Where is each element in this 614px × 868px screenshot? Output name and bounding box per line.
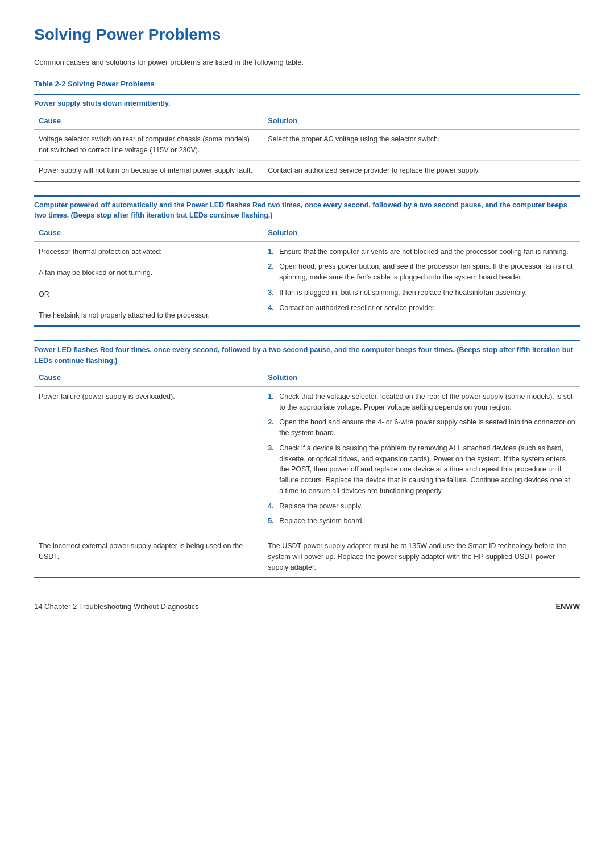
solution-item: 3.Check if a device is causing the probl…: [268, 443, 575, 496]
solution-item: 4.Contact an authorized reseller or serv…: [268, 303, 575, 314]
section-1-table: Cause Solution Voltage selector switch o…: [34, 112, 580, 182]
section-2-table: Cause Solution Processor thermal protect…: [34, 224, 580, 327]
intro-text: Common causes and solutions for power pr…: [34, 57, 580, 68]
section-3: Power LED flashes Red four times, once e…: [34, 340, 580, 579]
cause-cell: Voltage selector switch on rear of compu…: [34, 130, 263, 161]
table-row: Voltage selector switch on rear of compu…: [34, 130, 580, 161]
table-header-row: Cause Solution: [34, 369, 580, 386]
solution-item: 2.Open the hood and ensure the 4- or 6-w…: [268, 417, 575, 439]
table-header-row: Cause Solution: [34, 112, 580, 130]
solution-item: 2.Open hood, press power button, and see…: [268, 261, 575, 283]
cause-cell: Power failure (power supply is overloade…: [34, 386, 263, 536]
cause-header: Cause: [34, 224, 263, 241]
solution-item: 5.Replace the system board.: [268, 516, 575, 527]
solution-cell: 1.Check that the voltage selector, locat…: [263, 386, 580, 536]
section-1: Power supply shuts down intermittently. …: [34, 94, 580, 182]
table-row: Processor thermal protection activated: …: [34, 241, 580, 326]
section-1-header: Power supply shuts down intermittently.: [34, 94, 580, 112]
solution-item: 4.Replace the power supply.: [268, 501, 575, 512]
cause-cell: The incorrect external power supply adap…: [34, 536, 263, 578]
footer-right: ENWW: [555, 601, 580, 612]
cause-header: Cause: [34, 112, 263, 130]
section-2-header: Computer powered off automatically and t…: [34, 195, 580, 225]
solution-list: 1.Ensure that the computer air vents are…: [268, 247, 575, 314]
cause-header: Cause: [34, 369, 263, 386]
footer-left: 14 Chapter 2 Troubleshooting Without Dia…: [34, 601, 199, 612]
solution-list: 1.Check that the voltage selector, locat…: [268, 391, 575, 527]
solution-cell: Contact an authorized service provider t…: [263, 160, 580, 181]
solution-cell: The USDT power supply adapter must be at…: [263, 536, 580, 578]
footer: 14 Chapter 2 Troubleshooting Without Dia…: [34, 601, 580, 612]
table-row: Power failure (power supply is overloade…: [34, 386, 580, 536]
solution-header: Solution: [263, 224, 580, 241]
section-3-table: Cause Solution Power failure (power supp…: [34, 369, 580, 578]
solution-item: 1.Check that the voltage selector, locat…: [268, 391, 575, 413]
section-3-header: Power LED flashes Red four times, once e…: [34, 340, 580, 370]
section-2: Computer powered off automatically and t…: [34, 195, 580, 327]
table-row: The incorrect external power supply adap…: [34, 536, 580, 578]
solution-cell: Select the proper AC voltage using the s…: [263, 130, 580, 161]
solution-header: Solution: [263, 369, 580, 386]
table-header-row: Cause Solution: [34, 224, 580, 241]
page-title: Solving Power Problems: [34, 23, 580, 47]
table-label: Table 2-2 Solving Power Problems: [34, 78, 580, 90]
cause-cell: Power supply will not turn on because of…: [34, 160, 263, 181]
solution-item: 3.If fan is plugged in, but is not spinn…: [268, 287, 575, 298]
cause-cell: Processor thermal protection activated: …: [34, 241, 263, 326]
solution-cell: 1.Ensure that the computer air vents are…: [263, 241, 580, 326]
solution-header: Solution: [263, 112, 580, 130]
table-row: Power supply will not turn on because of…: [34, 160, 580, 181]
solution-item: 1.Ensure that the computer air vents are…: [268, 247, 575, 257]
